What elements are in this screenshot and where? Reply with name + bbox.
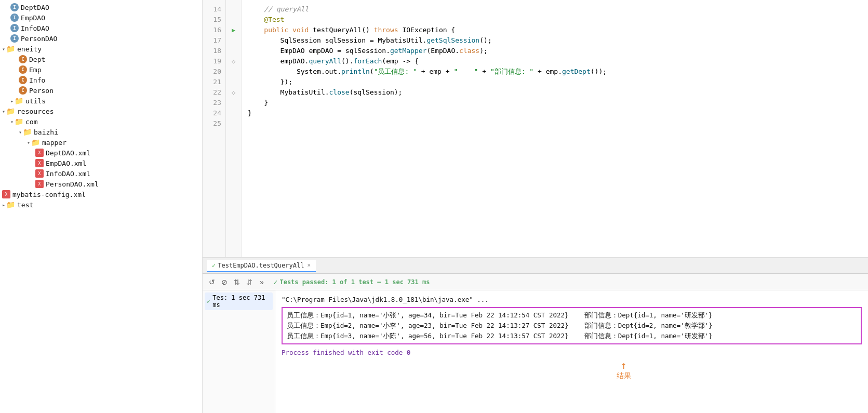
sidebar-item-emp[interactable]: C Emp (0, 64, 202, 75)
run-icon[interactable]: ▶ (232, 25, 235, 35)
sidebar-item-resources[interactable]: ▾ 📁 resources (0, 106, 202, 116)
tab-bar: ✓ TestEmpDAO.testQueryAll × (203, 258, 868, 274)
code-line (248, 118, 862, 129)
sidebar-item-dept[interactable]: C Dept (0, 54, 202, 64)
test-sidebar: ✓ Tes: 1 sec 731 ms (203, 290, 275, 413)
sidebar-item-infodao[interactable]: I InfoDAO (0, 23, 202, 33)
folder-icon: 📁 (23, 128, 32, 136)
class-icon: C (19, 55, 27, 63)
sidebar-item-test[interactable]: ▸ 📁 test (0, 199, 202, 210)
pass-indicator: ✓ Tests passed: 1 of 1 test – 1 sec 731 … (273, 278, 430, 286)
sidebar-item-label: InfoDAO.xml (46, 170, 90, 178)
more-button[interactable]: » (257, 277, 267, 287)
sidebar-item-empdao[interactable]: I EmpDAO (0, 12, 202, 23)
sidebar-item-label: EmpDAO.xml (46, 159, 86, 167)
tab-testempdao[interactable]: ✓ TestEmpDAO.testQueryAll × (207, 260, 316, 272)
sidebar-item-deptdao[interactable]: I DeptDAO (0, 2, 202, 12)
class-icon: C (19, 76, 27, 84)
sidebar-item-label: InfoDAO (21, 24, 49, 32)
sidebar-item-label: Info (29, 76, 45, 84)
sort-desc-button[interactable]: ⇵ (244, 277, 255, 287)
output-line-1: 员工信息：Emp{id=1, name='小张', age=34, bir=Tu… (287, 310, 857, 321)
sort-asc-button[interactable]: ⇅ (232, 277, 242, 287)
sidebar-item-empdaoxml[interactable]: X EmpDAO.xml (0, 158, 202, 168)
xml-icon: X (35, 169, 44, 178)
code-line: empDAO.queryAll().forEach(emp -> { (248, 56, 862, 66)
sidebar-item-label: DeptDAO (21, 4, 49, 11)
sidebar-item-label: DeptDAO.xml (46, 149, 90, 157)
pass-checkmark: ✓ (273, 278, 277, 286)
sidebar-item-infodaoxml[interactable]: X InfoDAO.xml (0, 168, 202, 179)
folder-icon: 📁 (15, 97, 23, 105)
result-label: 结果 (617, 370, 631, 381)
sidebar-item-label: mybatis-config.xml (12, 191, 86, 198)
sidebar-item-person[interactable]: C Person (0, 85, 202, 96)
rerun-button[interactable]: ↺ (207, 277, 217, 287)
chevron-icon: ▸ (2, 202, 5, 208)
sidebar-item-label: utils (25, 97, 46, 105)
test-item-label: Tes: 1 sec 731 ms (212, 294, 271, 309)
sidebar-item-label: mapper (42, 139, 66, 146)
test-toolbar: ↺ ⊘ ⇅ ⇵ » ✓ Tests passed: 1 of 1 test – … (203, 274, 868, 290)
test-pass-icon: ✓ (212, 262, 216, 269)
bottom-panel: ✓ TestEmpDAO.testQueryAll × ↺ ⊘ ⇅ ⇵ » ✓ … (203, 257, 868, 413)
arrow-up-icon: ↑ (620, 360, 626, 370)
result-annotation: ↑ 结果 (385, 360, 862, 381)
sidebar-item-label: Emp (29, 66, 41, 74)
xml-icon: X (35, 159, 44, 167)
sidebar-item-utils[interactable]: ▸ 📁 utils (0, 96, 202, 106)
code-line: SqlSession sqlSession = MybatisUtil.getS… (248, 35, 862, 46)
folder-icon: 📁 (15, 117, 23, 126)
process-done: Process finished with exit code 0 (282, 348, 862, 358)
chevron-icon: ▾ (2, 109, 5, 114)
sidebar-item-persondaoxml[interactable]: X PersonDAO.xml (0, 179, 202, 189)
sidebar-item-label: baizhi (34, 128, 58, 136)
code-line: EmpDAO empDAO = sqlSession.getMapper(Emp… (248, 46, 862, 56)
xml-icon: X (35, 180, 44, 188)
code-content: // queryAll @Test public void testQueryA… (242, 0, 868, 257)
code-panel: 14 15 16 17 18 19 20 21 22 23 24 25 ▶ ◇ (203, 0, 868, 257)
chevron-icon: ▾ (19, 129, 22, 135)
sidebar-item-mapper[interactable]: ▾ 📁 mapper (0, 137, 202, 148)
sidebar-item-com[interactable]: ▾ 📁 com (0, 116, 202, 127)
sidebar-item-persondao[interactable]: I PersonDAO (0, 33, 202, 44)
gutter: ▶ ◇ ◇ (226, 0, 242, 257)
folder-icon: 📁 (6, 201, 15, 209)
code-line: public void testQueryAll() throws IOExce… (248, 25, 862, 35)
code-line: }); (248, 77, 862, 87)
main-container: I DeptDAO I EmpDAO I InfoDAO I PersonDAO… (0, 0, 868, 413)
xml-icon: X (35, 149, 44, 157)
chevron-icon: ▾ (10, 119, 14, 125)
folder-icon: 📁 (6, 45, 15, 53)
sidebar-item-label: resources (17, 108, 54, 115)
code-line: } (248, 108, 862, 118)
interface-icon: I (10, 14, 19, 22)
chevron-icon: ▾ (27, 140, 30, 145)
console-output: "C:\Program Files\Java\jdk1.8.0_181\bin\… (275, 290, 868, 413)
code-line: } (248, 98, 862, 108)
run-panel: ✓ Tes: 1 sec 731 ms "C:\Program Files\Ja… (203, 290, 868, 413)
line-numbers: 14 15 16 17 18 19 20 21 22 23 24 25 (203, 0, 226, 257)
code-line: @Test (248, 15, 862, 25)
tab-close-btn[interactable]: × (307, 262, 311, 269)
sidebar-item-deptdaoxml[interactable]: X DeptDAO.xml (0, 148, 202, 158)
folder-icon: 📁 (6, 107, 15, 115)
sidebar-item-info[interactable]: C Info (0, 75, 202, 85)
editor-area: 14 15 16 17 18 19 20 21 22 23 24 25 ▶ ◇ (203, 0, 868, 413)
stop-button[interactable]: ⊘ (219, 277, 230, 287)
code-line: MybatisUtil.close(sqlSession); (248, 87, 862, 98)
sidebar-item-baizhi[interactable]: ▾ 📁 baizhi (0, 127, 202, 137)
sidebar-item-label: eneity (17, 45, 42, 53)
sidebar-item-label: PersonDAO.xml (46, 180, 99, 188)
sidebar-item-mybatisxml[interactable]: X mybatis-config.xml (0, 189, 202, 199)
gutter-diamond: ◇ (232, 87, 235, 98)
sidebar-item-label: test (17, 201, 33, 209)
interface-icon: I (10, 34, 19, 43)
interface-icon: I (10, 3, 19, 11)
sidebar-item-label: Person (29, 87, 54, 95)
sidebar: I DeptDAO I EmpDAO I InfoDAO I PersonDAO… (0, 0, 203, 413)
test-item[interactable]: ✓ Tes: 1 sec 731 ms (205, 292, 273, 310)
sidebar-item-eneity[interactable]: ▾ 📁 eneity (0, 44, 202, 54)
sidebar-item-label: EmpDAO (21, 14, 45, 22)
xml-icon: X (2, 190, 10, 198)
